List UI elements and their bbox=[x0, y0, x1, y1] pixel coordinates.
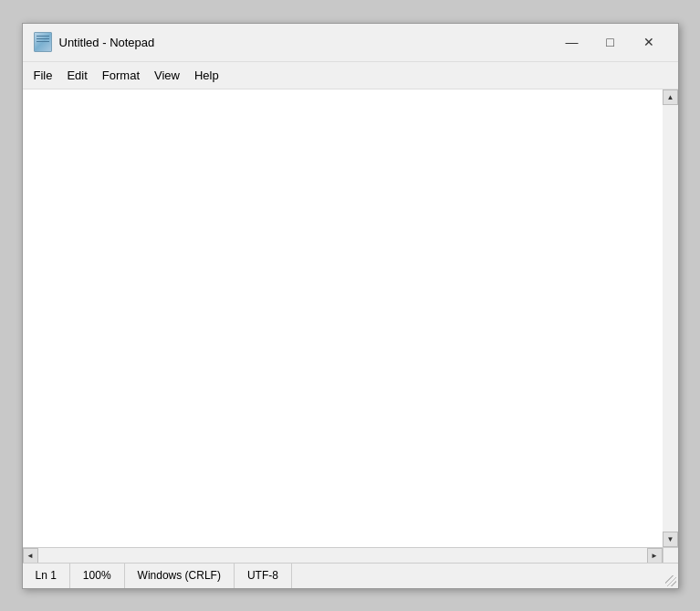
notepad-window: Untitled - Notepad — □ ✕ File Edit Forma… bbox=[22, 23, 679, 589]
scroll-up-button[interactable]: ▲ bbox=[663, 90, 678, 105]
scroll-right-button[interactable]: ► bbox=[647, 548, 663, 564]
resize-grip-area bbox=[660, 564, 678, 588]
title-bar-left: Untitled - Notepad bbox=[34, 32, 155, 52]
status-line: Ln 1 bbox=[23, 564, 70, 588]
menu-format[interactable]: Format bbox=[95, 66, 147, 85]
maximize-button[interactable]: □ bbox=[592, 30, 629, 54]
menu-file[interactable]: File bbox=[26, 66, 60, 85]
scroll-down-button[interactable]: ▼ bbox=[663, 532, 678, 547]
status-zoom: 100% bbox=[70, 564, 125, 588]
menu-view[interactable]: View bbox=[147, 66, 187, 85]
scroll-left-button[interactable]: ◄ bbox=[23, 548, 38, 564]
scrollbar-corner bbox=[663, 548, 678, 564]
status-bar: Ln 1 100% Windows (CRLF) UTF-8 bbox=[23, 563, 678, 588]
resize-grip-icon bbox=[665, 575, 676, 586]
title-bar: Untitled - Notepad — □ ✕ bbox=[23, 24, 678, 62]
window-title: Untitled - Notepad bbox=[59, 36, 155, 49]
scroll-track-horizontal[interactable] bbox=[38, 548, 647, 563]
close-button[interactable]: ✕ bbox=[631, 30, 667, 54]
text-editor[interactable] bbox=[23, 90, 663, 547]
status-line-ending: Windows (CRLF) bbox=[125, 564, 235, 588]
horizontal-scrollbar-row: ◄ ► bbox=[23, 547, 678, 563]
notepad-icon bbox=[34, 32, 52, 52]
status-encoding: UTF-8 bbox=[235, 564, 292, 588]
menu-help[interactable]: Help bbox=[187, 66, 226, 85]
editor-area: ▲ ▼ bbox=[23, 90, 678, 547]
menu-bar: File Edit Format View Help bbox=[23, 62, 678, 90]
minimize-button[interactable]: — bbox=[554, 30, 590, 54]
scroll-track-vertical[interactable] bbox=[663, 105, 678, 532]
title-bar-controls: — □ ✕ bbox=[554, 30, 667, 54]
vertical-scrollbar: ▲ ▼ bbox=[663, 90, 678, 547]
menu-edit[interactable]: Edit bbox=[59, 66, 94, 85]
